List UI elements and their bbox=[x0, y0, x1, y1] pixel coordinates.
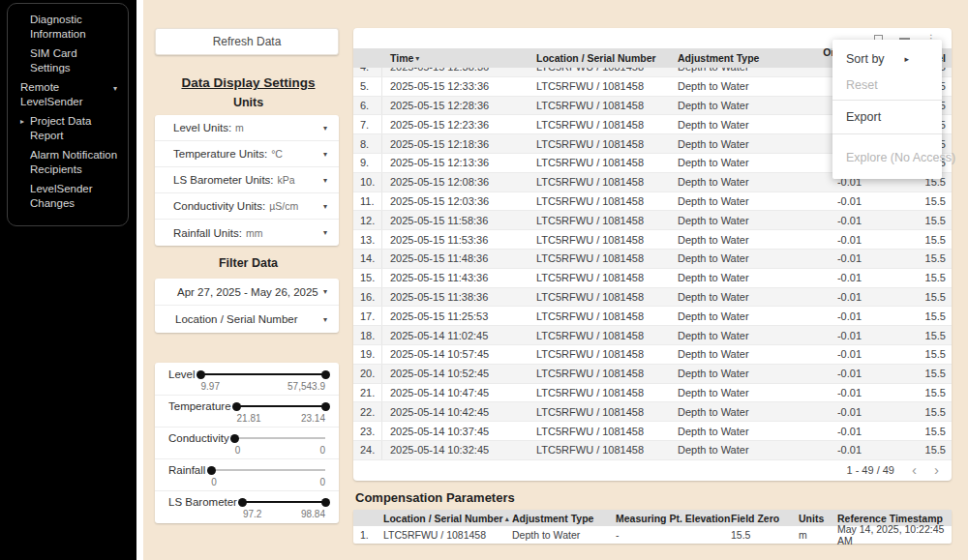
unit-value: µS/cm bbox=[269, 200, 298, 212]
adjustment-cell: Depth to Water bbox=[678, 234, 802, 246]
chevron-down-icon: ▾ bbox=[323, 176, 327, 185]
row-number-cell: 7. bbox=[353, 115, 382, 133]
location-serial-dropdown[interactable]: Location / Serial Number ▾ bbox=[155, 306, 339, 333]
sidebar-item-remote-levelsender[interactable]: Remote LevelSender ▾ bbox=[8, 77, 128, 111]
table-row[interactable]: 19.2025-05-14 10:57:45LTC5RFWU / 1081458… bbox=[353, 345, 952, 365]
unit-value: °C bbox=[271, 148, 283, 160]
table-row[interactable]: 24.2025-05-14 10:32:45LTC5RFWU / 1081458… bbox=[353, 441, 952, 460]
time-cell: 2025-05-14 10:47:45 bbox=[382, 387, 536, 398]
unit-setting-row[interactable]: LS Barometer Units:kPa▾ bbox=[155, 167, 339, 193]
location-column-header[interactable]: Location / Serial Number bbox=[536, 52, 678, 64]
slider-control: Temperature bbox=[168, 398, 325, 413]
original-level-cell: -0.01 bbox=[802, 348, 862, 360]
sort-asc-icon: ▴ bbox=[505, 515, 509, 523]
measuring-elevation-column-header[interactable]: Measuring Pt. Elevation bbox=[616, 513, 731, 524]
slider-track[interactable] bbox=[243, 495, 325, 509]
sidebar-item-levelsender-changes[interactable]: LevelSender Changes bbox=[8, 179, 128, 213]
time-cell: 2025-05-14 10:32:45 bbox=[382, 444, 536, 456]
table-row[interactable]: 21.2025-05-14 10:47:45LTC5RFWU / 1081458… bbox=[353, 384, 952, 403]
adjustment-column-header[interactable]: Adjustment Type bbox=[678, 52, 802, 64]
reference-timestamp-column-header[interactable]: Reference Timestamp bbox=[837, 513, 952, 524]
refresh-data-button[interactable]: Refresh Data bbox=[155, 28, 339, 55]
date-range-dropdown[interactable]: Apr 27, 2025 - May 26, 2025 ▾ bbox=[155, 279, 339, 306]
unit-setting-row[interactable]: Temperature Units:°C▾ bbox=[155, 141, 339, 167]
table-row[interactable]: 1. LTC5RFWU / 1081458 Depth to Water - 1… bbox=[353, 526, 952, 544]
table-row[interactable]: 13.2025-05-15 11:53:36LTC5RFWU / 1081458… bbox=[353, 230, 952, 250]
menu-item-export[interactable]: Export bbox=[832, 103, 942, 132]
time-cell: 2025-05-15 12:23:36 bbox=[382, 119, 536, 131]
sidebar: Diagnostic Information SIM Card Settings… bbox=[0, 0, 136, 560]
unit-label: Level Units: bbox=[173, 122, 231, 133]
field-zero-column-header[interactable]: Field Zero bbox=[731, 513, 799, 524]
slider-track[interactable] bbox=[211, 463, 325, 477]
slider-control: Rainfall bbox=[168, 462, 325, 477]
spacer bbox=[261, 509, 301, 520]
sidebar-item-diagnostic-information[interactable]: Diagnostic Information bbox=[8, 10, 128, 44]
time-cell: 2025-05-14 10:37:45 bbox=[382, 426, 536, 437]
table-row[interactable]: 12.2025-05-15 11:58:36LTC5RFWU / 1081458… bbox=[353, 211, 952, 230]
location-cell: LTC5RFWU / 1081458 bbox=[536, 195, 678, 207]
table-row[interactable]: 14.2025-05-15 11:48:36LTC5RFWU / 1081458… bbox=[353, 250, 952, 269]
unit-setting-row[interactable]: Level Units:m▾ bbox=[155, 115, 339, 141]
measuring-cell: - bbox=[616, 529, 731, 541]
adjustment-cell: Depth to Water bbox=[678, 119, 802, 131]
slider-thumb[interactable] bbox=[232, 402, 241, 411]
slider-thumb[interactable] bbox=[207, 466, 216, 475]
unit-label: LS Barometer Units: bbox=[173, 174, 274, 186]
time-column-header[interactable]: Time▾ bbox=[382, 52, 536, 64]
slider-thumb[interactable] bbox=[321, 402, 330, 411]
pagination-label: 1 - 49 / 49 bbox=[846, 464, 894, 476]
slider-track[interactable] bbox=[201, 368, 326, 381]
sidebar-nav-card: Diagnostic Information SIM Card Settings… bbox=[7, 3, 129, 226]
table-row[interactable]: 22.2025-05-14 10:42:45LTC5RFWU / 1081458… bbox=[353, 402, 952, 422]
chevron-down-icon: ▾ bbox=[113, 82, 117, 97]
adjustment-cell: Depth to Water bbox=[678, 348, 802, 360]
adjustment-cell: Depth to Water bbox=[678, 387, 802, 398]
table-row[interactable]: 18.2025-05-14 11:02:45LTC5RFWU / 1081458… bbox=[353, 326, 952, 345]
sidebar-item-project-data-report[interactable]: ▸ Project Data Report bbox=[8, 111, 128, 145]
row-number-cell: 17. bbox=[353, 307, 382, 325]
sidebar-item-alarm-notification-recipients[interactable]: Alarm Notification Recipients bbox=[8, 145, 128, 179]
table-row[interactable]: 11.2025-05-15 12:03:36LTC5RFWU / 1081458… bbox=[353, 192, 952, 212]
time-cell: 2025-05-14 10:52:45 bbox=[382, 368, 536, 379]
context-menu: Sort by ▸ Reset Export Explore (No Acces… bbox=[832, 40, 942, 179]
row-number-cell: 20. bbox=[353, 365, 382, 383]
slider-track[interactable] bbox=[235, 431, 325, 445]
slider-thumb[interactable] bbox=[230, 434, 239, 443]
slider-track[interactable] bbox=[237, 399, 325, 413]
slider-thumb[interactable] bbox=[321, 370, 330, 379]
unit-setting-row[interactable]: Rainfall Units:mm▾ bbox=[155, 220, 339, 246]
prev-page-icon[interactable]: ‹ bbox=[912, 465, 917, 475]
slider-control: Conductivity bbox=[168, 430, 325, 445]
original-level-cell: -0.01 bbox=[802, 444, 862, 456]
table-row[interactable]: 16.2025-05-15 11:38:36LTC5RFWU / 1081458… bbox=[353, 288, 952, 308]
adjustment-cell: Depth to Water bbox=[678, 272, 802, 283]
unit-setting-row[interactable]: Conductivity Units:µS/cm▾ bbox=[155, 193, 339, 220]
slider-label: Conductivity bbox=[168, 432, 235, 444]
adjustment-cell: Depth to Water bbox=[678, 406, 802, 418]
table-row[interactable]: 15.2025-05-15 11:43:36LTC5RFWU / 1081458… bbox=[353, 269, 952, 288]
units-column-header[interactable]: Units bbox=[799, 513, 837, 524]
adjustment-cell: Depth to Water bbox=[678, 291, 802, 303]
slider-thumb[interactable] bbox=[197, 370, 205, 379]
location-column-header[interactable]: Location / Serial Number▴ bbox=[378, 513, 512, 524]
next-page-icon[interactable]: › bbox=[934, 465, 939, 475]
level-cell: 15.5 bbox=[862, 272, 952, 283]
location-cell: LTC5RFWU / 1081458 bbox=[536, 387, 678, 398]
location-cell: LTC5RFWU / 1081458 bbox=[536, 234, 678, 246]
slider-values: Temperature21.8123.14 bbox=[168, 413, 325, 425]
table-row[interactable]: 20.2025-05-14 10:52:45LTC5RFWU / 1081458… bbox=[353, 365, 952, 384]
chevron-right-icon: ▸ bbox=[20, 115, 24, 130]
table-row[interactable]: 23.2025-05-14 10:37:45LTC5RFWU / 1081458… bbox=[353, 422, 952, 441]
slider-min-value: 21.81 bbox=[237, 413, 261, 425]
sidebar-item-sim-card-settings[interactable]: SIM Card Settings bbox=[8, 44, 128, 77]
unit-value: kPa bbox=[278, 174, 295, 186]
slider-thumb[interactable] bbox=[238, 498, 247, 507]
table-row[interactable]: 17.2025-05-15 11:25:53LTC5RFWU / 1081458… bbox=[353, 307, 952, 326]
slider-thumb[interactable] bbox=[321, 498, 330, 507]
adjustment-column-header[interactable]: Adjustment Type bbox=[512, 513, 616, 524]
menu-item-sort-by[interactable]: Sort by ▸ bbox=[832, 45, 942, 72]
row-number-cell: 10. bbox=[353, 173, 382, 192]
level-cell: 15.5 bbox=[862, 444, 952, 456]
spacer bbox=[261, 413, 301, 425]
